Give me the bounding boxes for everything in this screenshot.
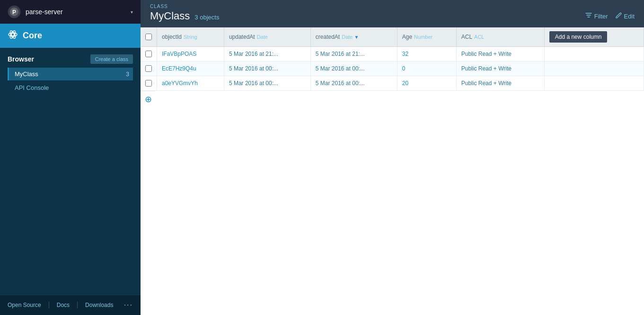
filter-icon (585, 13, 592, 20)
api-console-item[interactable]: API Console (8, 80, 133, 95)
row-checkbox-cell (141, 76, 157, 91)
row-1-acl: Public Read + Write (456, 47, 544, 61)
open-source-link[interactable]: Open Source (8, 302, 41, 308)
edit-button[interactable]: Edit (616, 12, 635, 20)
row-1-extra (544, 47, 644, 61)
row-2-extra (544, 61, 644, 76)
row-3-checkbox[interactable] (145, 80, 152, 87)
col-type-createdAt: Date (342, 34, 353, 40)
class-breadcrumb: CLASS (150, 4, 635, 9)
row-1-objectId[interactable]: IFaVBpPOAS (157, 47, 224, 61)
api-console-label: API Console (15, 84, 49, 91)
row-2-createdAt: 5 Mar 2016 at 00:... (310, 61, 397, 76)
dropdown-icon[interactable]: ▾ (131, 9, 133, 15)
browser-header: Browser Create a class (8, 54, 133, 64)
col-header-add[interactable]: Add a new column (544, 27, 644, 47)
row-checkbox-cell (141, 61, 157, 76)
row-3-age: 20 (397, 76, 456, 91)
table-row: IFaVBpPOAS 5 Mar 2016 at 21:... 5 Mar 20… (141, 47, 644, 61)
col-name-acl: ACL (461, 34, 472, 40)
myclass-name: MyClass (15, 70, 126, 78)
row-2-checkbox[interactable] (145, 65, 152, 72)
filter-label: Filter (594, 13, 608, 20)
add-row-icon: ⊕ (145, 94, 152, 105)
app-name: parse-server (26, 8, 126, 16)
add-column-button[interactable]: Add a new column (549, 31, 608, 43)
col-type-acl: ACL (474, 34, 484, 40)
row-3-objectId[interactable]: a0eYVGmvYh (157, 76, 224, 91)
row-3-extra (544, 76, 644, 91)
svg-point-3 (11, 33, 14, 36)
row-1-createdAt: 5 Mar 2016 at 21:... (310, 47, 397, 61)
data-table: objectId String updatedAt Date createdAt (141, 27, 644, 91)
data-table-container: objectId String updatedAt Date createdAt (141, 27, 644, 315)
row-3-updatedAt: 5 Mar 2016 at 00:... (224, 76, 310, 91)
header-actions: Filter Edit (585, 12, 635, 20)
col-header-updatedAt[interactable]: updatedAt Date (224, 27, 310, 47)
sort-icon: ▼ (354, 35, 359, 40)
col-type-age: Number (414, 34, 432, 40)
col-type-updatedAt: Date (257, 34, 268, 40)
core-icon (8, 29, 18, 42)
row-1-updatedAt: 5 Mar 2016 at 21:... (224, 47, 310, 61)
svg-text:P: P (12, 9, 16, 16)
class-title: MyClass (150, 10, 190, 22)
row-1-age: 32 (397, 47, 456, 61)
parse-logo: P (8, 5, 21, 18)
col-header-createdAt[interactable]: createdAt Date ▼ (310, 27, 397, 47)
main-content: CLASS MyClass 3 objects Filter (141, 0, 644, 315)
col-name-updatedAt: updatedAt (229, 34, 255, 40)
col-header-objectId[interactable]: objectId String (157, 27, 224, 47)
select-all-header[interactable] (141, 27, 157, 47)
sidebar-footer: Open Source Docs Downloads ··· (0, 295, 141, 315)
create-class-button[interactable]: Create a class (90, 54, 133, 64)
select-all-checkbox[interactable] (145, 34, 152, 40)
row-3-acl: Public Read + Write (456, 76, 544, 91)
edit-label: Edit (624, 13, 635, 20)
sidebar: P parse-server ▾ Core Browser Create a c… (0, 0, 141, 315)
class-title-left: MyClass 3 objects (150, 10, 219, 22)
row-3-createdAt: 5 Mar 2016 at 00:... (310, 76, 397, 91)
footer-dots-icon[interactable]: ··· (124, 301, 133, 309)
sidebar-header: P parse-server ▾ (0, 0, 141, 24)
filter-button[interactable]: Filter (585, 13, 608, 20)
col-type-objectId: String (184, 34, 197, 40)
footer-separator2 (77, 302, 78, 308)
row-2-updatedAt: 5 Mar 2016 at 00:... (224, 61, 310, 76)
row-checkbox-cell (141, 47, 157, 61)
edit-icon (616, 12, 622, 20)
main-header: CLASS MyClass 3 objects Filter (141, 0, 644, 27)
row-2-acl: Public Read + Write (456, 61, 544, 76)
myclass-item[interactable]: MyClass 3 (8, 68, 133, 80)
class-title-row: MyClass 3 objects Filter (150, 10, 635, 22)
col-name-createdAt: createdAt (316, 34, 340, 40)
docs-link[interactable]: Docs (57, 302, 70, 308)
browser-label: Browser (8, 55, 34, 63)
col-header-acl[interactable]: ACL ACL (456, 27, 544, 47)
col-name-age: Age (402, 34, 412, 40)
myclass-count: 3 (126, 71, 129, 78)
add-row-button[interactable]: ⊕ (141, 91, 156, 107)
row-2-age: 0 (397, 61, 456, 76)
core-label: Core (23, 31, 42, 41)
col-header-age[interactable]: Age Number (397, 27, 456, 47)
table-row: a0eYVGmvYh 5 Mar 2016 at 00:... 5 Mar 20… (141, 76, 644, 91)
class-objects-count: 3 objects (194, 14, 219, 21)
table-body: IFaVBpPOAS 5 Mar 2016 at 21:... 5 Mar 20… (141, 47, 644, 91)
col-name-objectId: objectId (162, 34, 182, 40)
downloads-link[interactable]: Downloads (85, 302, 113, 308)
row-2-objectId[interactable]: EcE7Hz9Q4u (157, 61, 224, 76)
browser-section: Browser Create a class MyClass 3 API Con… (0, 48, 141, 99)
table-header-row: objectId String updatedAt Date createdAt (141, 27, 644, 47)
row-1-checkbox[interactable] (145, 51, 152, 57)
table-row: EcE7Hz9Q4u 5 Mar 2016 at 00:... 5 Mar 20… (141, 61, 644, 76)
footer-separator (49, 302, 49, 308)
core-section[interactable]: Core (0, 24, 141, 48)
